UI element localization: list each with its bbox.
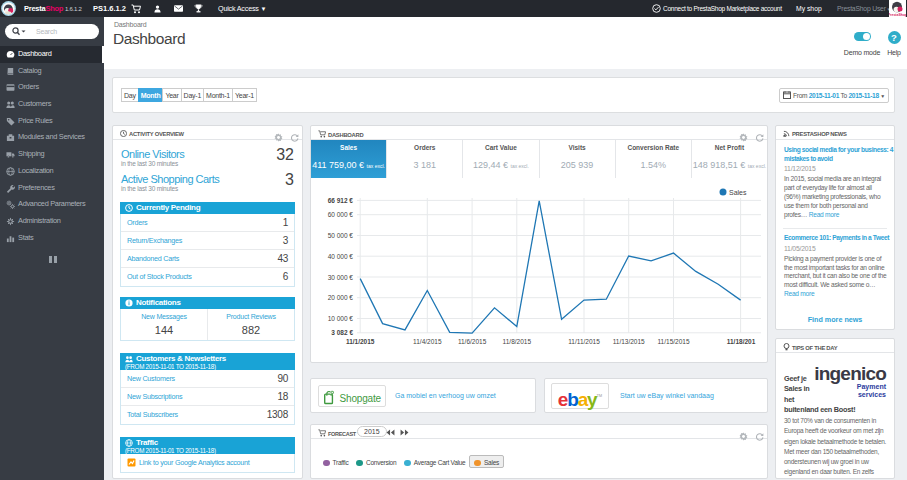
svg-text:30 000 €: 30 000 €	[328, 274, 354, 281]
svg-text:11/1/2015: 11/1/2015	[346, 338, 375, 345]
svg-text:20 000 €: 20 000 €	[328, 294, 354, 301]
svg-text:11/4/2015: 11/4/2015	[413, 338, 442, 345]
svg-text:66 912 €: 66 912 €	[328, 197, 354, 204]
svg-text:11/6/2015: 11/6/2015	[458, 338, 487, 345]
svg-text:PrestaShop: PrestaShop	[889, 13, 906, 17]
svg-text:60 000 €: 60 000 €	[328, 211, 354, 218]
svg-text:11/13/2015: 11/13/2015	[613, 338, 645, 345]
svg-text:11/8/2015: 11/8/2015	[503, 338, 532, 345]
svg-text:40 000 €: 40 000 €	[328, 253, 354, 260]
svg-text:11/15/2015: 11/15/2015	[657, 338, 689, 345]
svg-text:11/18/201: 11/18/201	[727, 338, 756, 345]
svg-text:3 082 €: 3 082 €	[331, 329, 353, 336]
svg-text:11/11/2015: 11/11/2015	[568, 338, 600, 345]
svg-text:Sales: Sales	[729, 189, 747, 196]
svg-text:10 000 €: 10 000 €	[328, 315, 354, 322]
svg-text:50 000 €: 50 000 €	[328, 232, 354, 239]
